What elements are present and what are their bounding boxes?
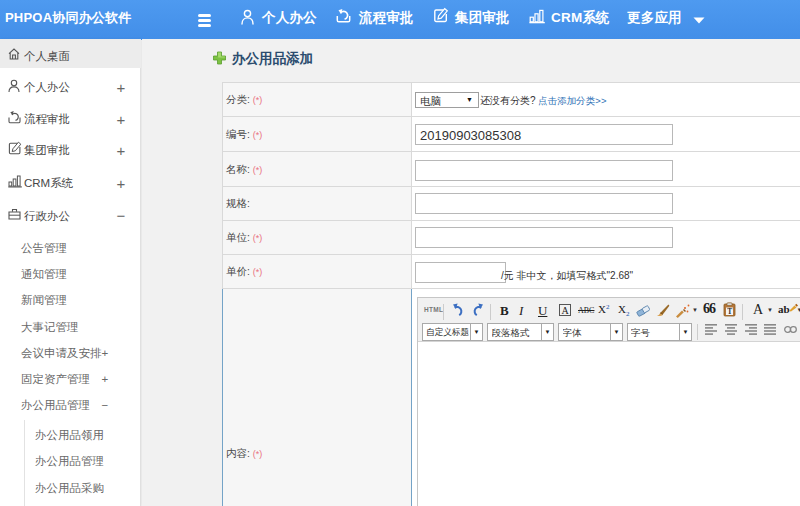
svg-text:T: T [727,307,732,316]
